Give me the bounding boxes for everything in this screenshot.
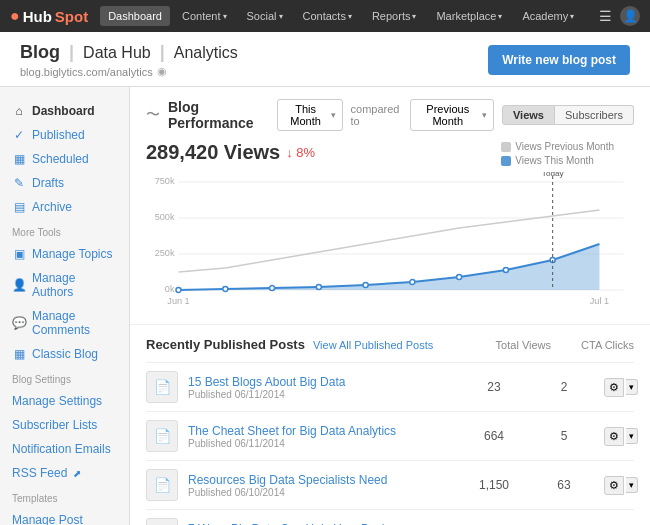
sidebar-item-published[interactable]: ✓ Published <box>0 123 129 147</box>
document-icon-1: 📄 <box>154 428 171 444</box>
svg-point-14 <box>410 280 415 285</box>
sidebar-item-rss-feed[interactable]: RSS Feed ⬈ <box>0 461 129 485</box>
sidebar-item-manage-settings[interactable]: Manage Settings <box>0 389 129 413</box>
chart-title: Blog Performance <box>168 99 269 131</box>
nav-reports-arrow: ▾ <box>412 12 416 21</box>
nav-academy[interactable]: Academy ▾ <box>514 6 582 26</box>
sidebar-item-drafts[interactable]: ✎ Drafts <box>0 171 129 195</box>
sidebar-item-manage-authors[interactable]: 👤 Manage Authors <box>0 266 129 304</box>
write-new-post-button[interactable]: Write new blog post <box>488 45 630 75</box>
post-views-0: 23 <box>464 380 524 394</box>
header-left: Blog | Data Hub | Analytics blog.biglyti… <box>20 42 238 78</box>
posts-header: Recently Published Posts View All Publis… <box>146 337 634 352</box>
nav-content-arrow: ▾ <box>223 12 227 21</box>
scheduled-icon: ▦ <box>12 152 26 166</box>
prev-month-dropdown[interactable]: Previous Month ▾ <box>410 99 494 131</box>
sidebar-item-subscriber-lists[interactable]: Subscriber Lists <box>0 413 129 437</box>
document-icon-2: 📄 <box>154 477 171 493</box>
chart-body: Views Previous Month Views This Month 28… <box>146 141 634 312</box>
page-header: Blog | Data Hub | Analytics blog.biglyti… <box>0 32 650 87</box>
post-actions-0: ⚙ ▾ <box>604 378 634 397</box>
svg-point-16 <box>503 268 508 273</box>
nav-content[interactable]: Content ▾ <box>174 6 235 26</box>
post-clicks-0: 2 <box>534 380 594 394</box>
chart-header: 〜 Blog Performance This Month ▾ compared… <box>146 99 634 131</box>
svg-point-12 <box>316 285 321 290</box>
post-dropdown-1[interactable]: ▾ <box>626 428 638 444</box>
posts-columns: Total Views CTA Clicks <box>496 339 634 351</box>
breadcrumb: blog.biglytics.com/analytics ◉ <box>20 65 238 78</box>
external-link-icon: ◉ <box>157 65 167 78</box>
legend-this-month: Views This Month <box>501 155 614 166</box>
legend-prev-dot <box>501 142 511 152</box>
nav-contacts-arrow: ▾ <box>348 12 352 21</box>
chart-stat-change: ↓ 8% <box>286 145 315 160</box>
nav-contacts[interactable]: Contacts ▾ <box>295 6 360 26</box>
post-title-0[interactable]: 15 Best Blogs About Big Data <box>188 375 454 389</box>
subscribers-tab[interactable]: Subscribers <box>555 105 634 125</box>
post-thumbnail-0: 📄 <box>146 371 178 403</box>
this-month-dropdown[interactable]: This Month ▾ <box>277 99 343 131</box>
sidebar-item-manage-topics[interactable]: ▣ Manage Topics <box>0 242 129 266</box>
post-row: 📄 15 Best Blogs About Big Data Published… <box>146 362 634 411</box>
sidebar: ⌂ Dashboard ✓ Published ▦ Scheduled ✎ Dr… <box>0 87 130 525</box>
this-month-arrow: ▾ <box>331 110 336 120</box>
sidebar-item-notification-emails[interactable]: Notification Emails <box>0 437 129 461</box>
page-title: Blog | Data Hub | Analytics <box>20 42 238 63</box>
classic-blog-icon: ▦ <box>12 347 26 361</box>
post-dropdown-0[interactable]: ▾ <box>626 379 638 395</box>
nav-marketplace[interactable]: Marketplace ▾ <box>428 6 510 26</box>
svg-point-9 <box>176 288 181 293</box>
svg-text:Jul 1: Jul 1 <box>590 296 609 306</box>
sidebar-item-manage-post-template[interactable]: Manage Post Template <box>0 508 129 525</box>
post-info-1: The Cheat Sheet for Big Data Analytics P… <box>188 424 454 449</box>
svg-point-10 <box>223 287 228 292</box>
rss-icon: ⬈ <box>73 468 81 479</box>
menu-icon[interactable]: ☰ <box>599 8 612 24</box>
cta-clicks-header: CTA Clicks <box>581 339 634 351</box>
nav-reports[interactable]: Reports ▾ <box>364 6 425 26</box>
more-tools-title: More Tools <box>0 219 129 242</box>
sidebar-item-manage-comments[interactable]: 💬 Manage Comments <box>0 304 129 342</box>
total-views-header: Total Views <box>496 339 551 351</box>
templates-title: Templates <box>0 485 129 508</box>
sidebar-item-scheduled[interactable]: ▦ Scheduled <box>0 147 129 171</box>
chart-section: 〜 Blog Performance This Month ▾ compared… <box>130 87 650 325</box>
compared-to-label: compared to <box>351 103 402 127</box>
post-title-3[interactable]: 7 Ways Big Data Can Help Your Business <box>188 522 454 526</box>
post-gear-2[interactable]: ⚙ <box>604 476 624 495</box>
chart-legend: Views Previous Month Views This Month <box>501 141 614 166</box>
post-gear-0[interactable]: ⚙ <box>604 378 624 397</box>
archive-icon: ▤ <box>12 200 26 214</box>
sidebar-item-archive[interactable]: ▤ Archive <box>0 195 129 219</box>
nav-social[interactable]: Social ▾ <box>239 6 291 26</box>
post-thumbnail-2: 📄 <box>146 469 178 501</box>
sidebar-item-classic-blog[interactable]: ▦ Classic Blog <box>0 342 129 366</box>
user-icon[interactable]: 👤 <box>620 6 640 26</box>
post-title-1[interactable]: The Cheat Sheet for Big Data Analytics <box>188 424 454 438</box>
post-info-0: 15 Best Blogs About Big Data Published 0… <box>188 375 454 400</box>
svg-text:Today: Today <box>542 172 564 178</box>
post-dropdown-2[interactable]: ▾ <box>626 477 638 493</box>
chart-container: 750k 500k 250k 0k <box>146 172 634 312</box>
posts-section: Recently Published Posts View All Publis… <box>130 325 650 525</box>
post-views-1: 664 <box>464 429 524 443</box>
main-panel: 〜 Blog Performance This Month ▾ compared… <box>130 87 650 525</box>
view-tabs: Views Subscribers <box>502 105 634 125</box>
post-date-1: Published 06/11/2014 <box>188 438 454 449</box>
sidebar-item-dashboard[interactable]: ⌂ Dashboard <box>0 99 129 123</box>
post-gear-1[interactable]: ⚙ <box>604 427 624 446</box>
drafts-icon: ✎ <box>12 176 26 190</box>
post-date-2: Published 06/10/2014 <box>188 487 454 498</box>
post-title-2[interactable]: Resources Big Data Specialists Need <box>188 473 454 487</box>
nav-academy-arrow: ▾ <box>570 12 574 21</box>
post-date-0: Published 06/11/2014 <box>188 389 454 400</box>
view-all-posts-link[interactable]: View All Published Posts <box>313 339 433 351</box>
post-info-2: Resources Big Data Specialists Need Publ… <box>188 473 454 498</box>
authors-icon: 👤 <box>12 278 26 292</box>
nav-marketplace-arrow: ▾ <box>498 12 502 21</box>
views-tab[interactable]: Views <box>502 105 555 125</box>
nav-right-icons: ☰ 👤 <box>599 6 640 26</box>
nav-dashboard[interactable]: Dashboard <box>100 6 170 26</box>
post-row: 📄 The Cheat Sheet for Big Data Analytics… <box>146 411 634 460</box>
